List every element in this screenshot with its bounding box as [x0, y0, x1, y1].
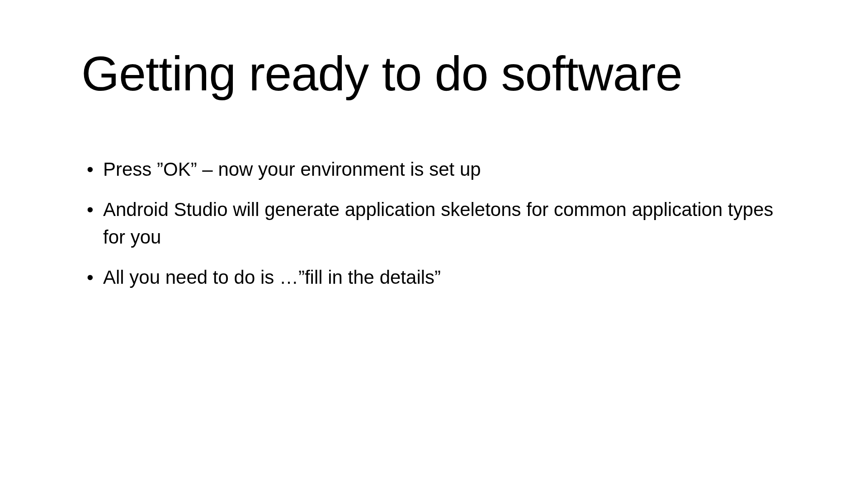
- list-item: Android Studio will generate application…: [81, 196, 787, 251]
- list-item: Press ”OK” – now your environment is set…: [81, 156, 787, 183]
- slide-container: Getting ready to do software Press ”OK” …: [0, 0, 868, 488]
- slide-title: Getting ready to do software: [81, 45, 787, 102]
- bullet-list: Press ”OK” – now your environment is set…: [81, 156, 787, 291]
- list-item: All you need to do is …”fill in the deta…: [81, 264, 787, 291]
